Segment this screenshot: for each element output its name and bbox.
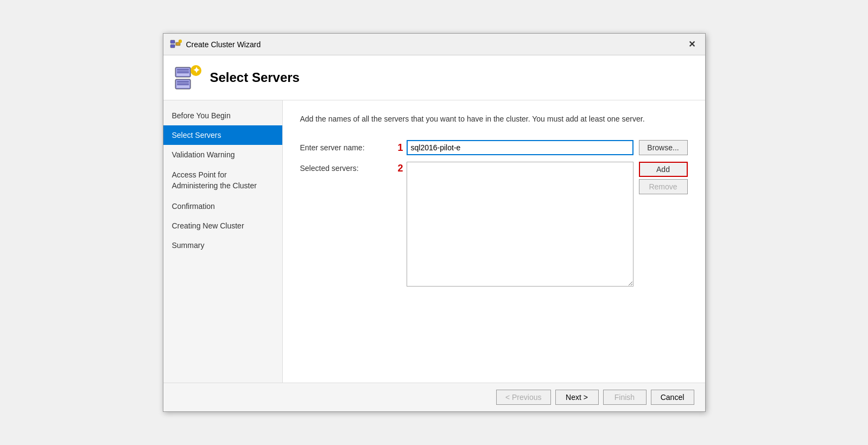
sidebar-item-creating-new-cluster[interactable]: Creating New Cluster [163,216,282,236]
svg-line-3 [175,42,176,44]
sidebar: Before You Begin Select Servers Validati… [163,100,283,383]
description-text: Add the names of all the servers that yo… [300,113,688,125]
content-area: Before You Begin Select Servers Validati… [163,100,705,383]
title-bar-left: * Create Cluster Wizard [170,39,261,50]
svg-rect-0 [170,40,175,43]
cancel-button[interactable]: Cancel [651,390,694,405]
header-section: ✦ Select Servers [163,55,705,100]
sidebar-item-summary[interactable]: Summary [163,236,282,255]
header-icon: ✦ [174,64,201,91]
main-content: Add the names of all the servers that yo… [283,100,705,383]
selected-servers-row: Selected servers: 2 Add Remove [300,162,688,287]
selected-servers-box[interactable] [407,162,633,287]
svg-rect-10 [177,71,189,72]
server-name-input-group: 1 [398,140,633,155]
svg-rect-11 [177,72,189,73]
svg-text:✦: ✦ [193,66,200,75]
server-name-label: Enter server name: [300,143,398,152]
window-icon: * [170,39,182,50]
badge-1: 1 [398,142,403,154]
close-button[interactable]: ✕ [685,38,699,50]
add-remove-button-group: Add Remove [639,162,688,194]
sidebar-item-confirmation[interactable]: Confirmation [163,196,282,216]
svg-rect-14 [177,81,189,82]
sidebar-item-before-you-begin[interactable]: Before You Begin [163,106,282,125]
svg-rect-1 [170,44,175,48]
window-title: Create Cluster Wizard [186,40,261,49]
title-bar: * Create Cluster Wizard ✕ [163,34,705,55]
remove-button[interactable]: Remove [639,179,688,194]
server-name-row: Enter server name: 1 Browse... [300,140,688,155]
svg-rect-9 [177,69,189,70]
server-name-input[interactable] [407,140,633,155]
badge-2: 2 [398,163,403,174]
browse-button[interactable]: Browse... [639,140,688,155]
browse-button-group: Browse... [639,140,688,155]
sidebar-item-access-point[interactable]: Access Point for Administering the Clust… [163,164,282,196]
previous-button[interactable]: < Previous [496,390,551,405]
svg-rect-16 [177,84,189,85]
footer-buttons: < Previous Next > Finish Cancel [163,383,705,411]
page-title: Select Servers [210,70,300,85]
wizard-window: * Create Cluster Wizard ✕ ✦ Select Serve… [163,33,706,412]
next-button[interactable]: Next > [555,390,599,405]
svg-rect-15 [177,82,189,84]
add-button[interactable]: Add [639,162,688,177]
svg-line-4 [175,44,176,46]
sidebar-item-select-servers[interactable]: Select Servers [163,125,282,145]
finish-button[interactable]: Finish [603,390,647,405]
selected-servers-label: Selected servers: [300,162,398,173]
sidebar-item-validation-warning[interactable]: Validation Warning [163,145,282,164]
